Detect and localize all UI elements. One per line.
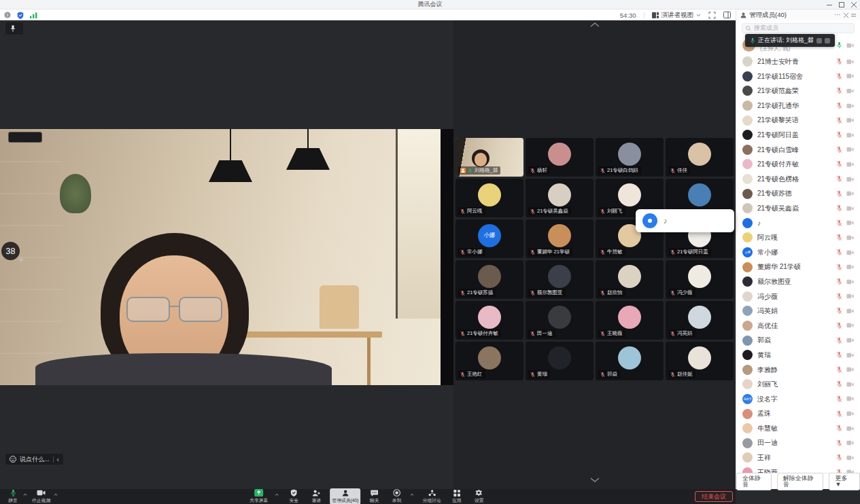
participant-tile[interactable]: 额尔敦图亚	[526, 260, 594, 299]
participant-tile[interactable]: 杨轩	[526, 138, 594, 177]
member-name: 21博士安叶青	[757, 58, 836, 66]
member-row[interactable]: ♪	[736, 216, 860, 231]
member-row[interactable]: 郭焱	[736, 333, 860, 348]
mic-options-caret[interactable]	[23, 493, 27, 496]
member-row[interactable]: 21专硕付卉敏	[736, 157, 860, 172]
search-input[interactable]: 搜索成员	[742, 23, 855, 33]
member-row[interactable]: 李雅静	[736, 362, 860, 377]
scroll-down-icon[interactable]	[589, 478, 600, 482]
minimize-icon[interactable]	[827, 2, 832, 7]
unmute-all-button[interactable]: 解除全体静音	[777, 473, 824, 490]
tile-name-badge: 杨轩	[528, 166, 550, 175]
share-screen-button[interactable]: 共享屏幕	[247, 488, 270, 504]
member-row[interactable]: 21学硕孔通华	[736, 98, 860, 113]
member-name: 田一迪	[757, 439, 836, 447]
panel-more-icon[interactable]: ⋯	[834, 12, 841, 18]
participant-tile[interactable]: 阿云嘎	[455, 179, 523, 217]
speaker-glasses	[179, 297, 222, 322]
member-row[interactable]: 刘丽飞	[736, 377, 860, 392]
member-row[interactable]: 冯少薇	[736, 289, 860, 304]
member-row[interactable]: 21学硕黎笑语	[736, 113, 860, 128]
scroll-up-icon[interactable]	[589, 22, 600, 27]
member-row[interactable]: 田一迪	[736, 435, 860, 450]
side-panel-icon[interactable]	[723, 12, 731, 18]
maximize-icon[interactable]	[839, 2, 844, 7]
member-name: 高优佳	[757, 322, 836, 330]
participant-tile[interactable]: 田一迪	[526, 301, 594, 340]
member-row[interactable]: 21学硕范鑫荣	[736, 84, 860, 98]
security-label: 安全	[290, 497, 299, 504]
more-button[interactable]: 更多 ▼	[829, 473, 860, 490]
participant-tile[interactable]: 赵佳妮	[666, 342, 734, 380]
tile-name-badge: 王艳红	[458, 370, 485, 378]
manage-members-button[interactable]: 管理成员(40)	[330, 488, 360, 504]
member-name: 刘丽飞	[757, 380, 836, 389]
member-row[interactable]: 21博士安叶青	[736, 54, 860, 69]
participant-tile[interactable]: 冯少薇	[666, 260, 734, 299]
member-row[interactable]: 21专硕阿日盖	[736, 128, 860, 143]
fullscreen-icon[interactable]	[708, 12, 716, 19]
shield-icon[interactable]	[17, 12, 24, 19]
decor-lamp	[286, 148, 330, 170]
invite-button[interactable]: 邀请	[307, 488, 325, 504]
end-meeting-button[interactable]: 结束会议	[695, 491, 733, 502]
participant-tile[interactable]: 小娜常小娜	[455, 219, 523, 258]
participant-tile[interactable]: 黄瑞	[526, 342, 594, 380]
stop-video-button[interactable]: 停止视频	[30, 488, 52, 504]
participant-tile[interactable]: 刘格格_㵘	[455, 138, 523, 177]
unpin-button[interactable]	[5, 22, 23, 35]
member-row[interactable]: 冯英娟	[736, 304, 860, 319]
member-row[interactable]: 王祥	[736, 450, 860, 465]
speaker-video[interactable]: 38 + 说点什么... ‹	[0, 20, 453, 489]
settings-button[interactable]: 设置	[470, 488, 488, 504]
participant-tile[interactable]: 王晓薇	[596, 301, 664, 340]
member-row[interactable]: 21专硕苏德	[736, 186, 860, 201]
chat-button[interactable]: 聊天	[366, 488, 383, 504]
record-options-caret[interactable]	[411, 493, 415, 496]
signal-icon[interactable]	[30, 12, 37, 18]
mute-all-button[interactable]: 全体静音	[736, 473, 772, 490]
member-row[interactable]: 21专硕白雪峰	[736, 143, 860, 158]
participant-tile[interactable]: 21专硕付卉敏	[455, 301, 523, 340]
participant-tile[interactable]: 赵欣怡	[596, 260, 664, 299]
close-icon[interactable]	[851, 2, 857, 7]
share-options-caret[interactable]	[275, 493, 279, 496]
avatar	[742, 86, 753, 96]
panel-close-icon[interactable]	[844, 13, 848, 18]
member-row[interactable]: 牛慧敏	[736, 421, 860, 436]
security-button[interactable]: 安全	[285, 488, 303, 504]
record-button[interactable]: 录制	[388, 488, 406, 504]
member-panel-header: 管理成员(40) ⋯	[736, 10, 860, 20]
view-switcher[interactable]: 演讲者视图	[652, 11, 702, 20]
video-options-caret[interactable]	[54, 493, 58, 496]
panel-resize-icon[interactable]	[851, 13, 856, 18]
member-row[interactable]: 孟珠	[736, 406, 860, 421]
member-row[interactable]: 21学硕115宿舍	[736, 69, 860, 84]
info-icon[interactable]: i	[4, 12, 11, 18]
member-row[interactable]: 21专硕色楞格	[736, 172, 860, 187]
member-row[interactable]: 黄瑞	[736, 348, 860, 363]
apps-button[interactable]: 应用	[448, 488, 466, 504]
mute-button[interactable]: 静音	[4, 488, 22, 504]
participant-tile[interactable]: 21专硕吴鑫焱	[526, 179, 594, 217]
caption-input[interactable]: 说点什么... ‹	[5, 454, 63, 465]
participant-tile[interactable]: 21专硕白鸽娟	[596, 138, 664, 177]
member-row[interactable]: 阿云嘎	[736, 230, 860, 245]
participant-tile[interactable]: 佳佳	[666, 138, 734, 177]
member-row[interactable]: 小娜常小娜	[736, 245, 860, 260]
member-row[interactable]: 额尔敦图亚	[736, 274, 860, 289]
member-row[interactable]: 董媚华 21学硕	[736, 259, 860, 274]
participant-tile[interactable]: 董媚华 21学硕	[526, 219, 594, 258]
apps-icon	[453, 489, 460, 497]
breakout-rooms-button[interactable]: 分组讨论	[421, 488, 443, 504]
member-row[interactable]: 高优佳	[736, 319, 860, 334]
participant-tile[interactable]: 冯英娟	[666, 301, 734, 340]
participant-tile[interactable]: 郭焱	[596, 342, 664, 380]
participant-tile[interactable]: 王艳红	[455, 342, 523, 380]
collapse-caption-icon[interactable]: ‹	[57, 456, 59, 463]
participant-tile[interactable]: 21专硕苏德	[455, 260, 523, 299]
member-row[interactable]: 21专硕吴鑫焱	[736, 201, 860, 216]
mic-off-icon	[836, 87, 842, 94]
member-row[interactable]: 没名字没名字	[736, 392, 860, 407]
member-row[interactable]: 王晓薇	[736, 465, 860, 473]
